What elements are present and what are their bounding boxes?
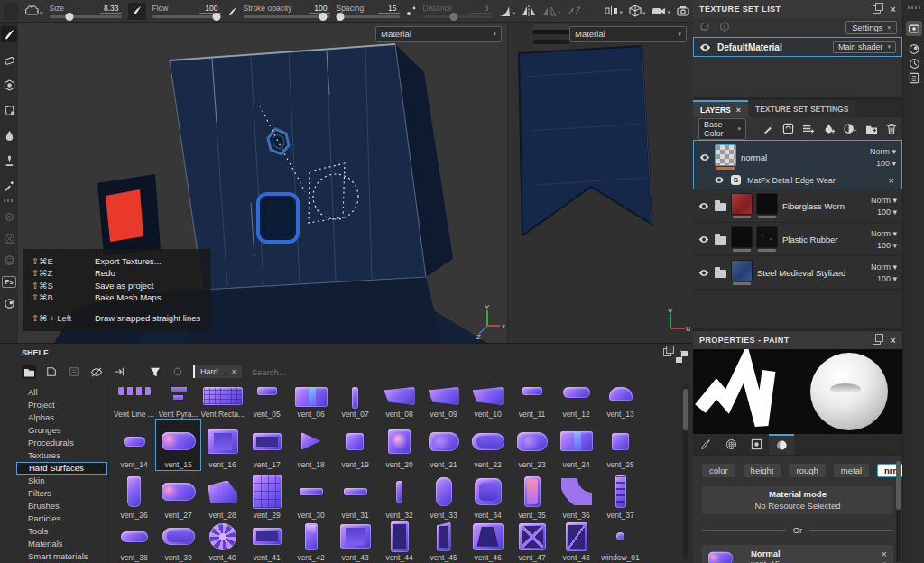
shelf-item[interactable]: vent_24 <box>554 420 598 470</box>
shader-settings-icon[interactable] <box>906 42 922 57</box>
popout-icon[interactable] <box>663 348 671 356</box>
shelf-item[interactable]: vent_06 <box>289 383 333 420</box>
tab-layers[interactable]: LAYERS × <box>693 100 748 117</box>
shelf-folder-icon[interactable] <box>22 365 36 379</box>
log-icon[interactable] <box>906 70 922 86</box>
falloff-curve-icon[interactable]: ▾ <box>498 5 516 17</box>
photoshop-export-icon[interactable]: Ps <box>1 273 17 290</box>
shelf-item[interactable]: vent_12 <box>554 383 598 420</box>
shelf-item[interactable]: vent_32 <box>377 470 421 521</box>
shelf-item[interactable]: vent_37 <box>598 470 642 521</box>
shelf-item[interactable]: vent_42 <box>289 521 333 563</box>
shelf-item[interactable]: vent_46 <box>466 521 510 563</box>
shelf-item[interactable]: vent_45 <box>421 521 466 563</box>
add-mask-icon[interactable] <box>844 123 857 134</box>
viewport-3d[interactable]: Material ▾ ⇧⌘EExport Textures...⇧⌘ZRedo⇧… <box>18 23 507 343</box>
channel-button-height[interactable]: height <box>744 464 781 477</box>
remove-filter-icon[interactable]: × <box>232 367 236 376</box>
eraser-tool-icon[interactable] <box>1 51 17 68</box>
shelf-item[interactable]: vent_23 <box>510 420 554 470</box>
polygon-fill-tool-icon[interactable] <box>1 102 17 118</box>
blend-mode-dropdown[interactable]: Norm ▾ <box>870 147 896 156</box>
layer-row[interactable]: normalNorm ▾100 ▾ <box>694 141 901 173</box>
spacing-dots-icon[interactable] <box>406 5 417 16</box>
shelf-item[interactable]: Vent Pyra... <box>156 383 200 420</box>
layer-normal[interactable]: normalNorm ▾100 ▾SMatFx Detail Edge Wear… <box>693 140 902 189</box>
eye-icon[interactable] <box>698 202 709 210</box>
stroke-opacity-value[interactable]: 100 <box>309 5 330 14</box>
projection-tool-icon[interactable] <box>1 77 17 93</box>
smudge-tool-icon[interactable] <box>1 127 17 143</box>
close-icon[interactable]: × <box>890 5 896 14</box>
stencil-shape-icon[interactable]: ▾ <box>24 5 43 17</box>
shelf-item[interactable]: vent_34 <box>466 470 510 521</box>
display-settings-icon[interactable] <box>906 21 922 36</box>
alpha-tab-icon[interactable] <box>718 434 744 455</box>
shelf-category-skin[interactable]: Skin <box>16 475 107 487</box>
viewport-2d[interactable]: Material ▾ V U <box>507 23 694 343</box>
channel-filter-dropdown[interactable]: Base Color ▾ <box>698 118 746 140</box>
export-shelf-icon[interactable] <box>112 365 126 379</box>
shelf-item[interactable]: vent_09 <box>421 383 466 420</box>
shelf-item[interactable]: vent_14 <box>112 420 156 470</box>
viewport-2d-material-dropdown[interactable]: Material ▾ <box>569 26 687 42</box>
history-icon[interactable] <box>906 56 922 71</box>
remove-resource-icon[interactable]: × <box>882 549 887 558</box>
shelf-item[interactable]: vent_22 <box>466 420 510 470</box>
spacing-slider[interactable] <box>337 15 400 18</box>
shelf-item[interactable]: vent_21 <box>421 420 466 470</box>
clone-tool-icon[interactable] <box>1 152 17 169</box>
add-smart-material-icon[interactable] <box>782 123 794 134</box>
shelf-item[interactable]: vent_17 <box>245 420 289 470</box>
search-input[interactable] <box>250 366 362 378</box>
shelf-item[interactable]: vent_41 <box>245 521 289 563</box>
hide-preview-icon[interactable] <box>89 365 104 379</box>
render-iray-icon[interactable] <box>1 295 17 311</box>
shelf-item[interactable]: vent_43 <box>333 521 377 563</box>
add-folder-icon[interactable] <box>865 124 878 134</box>
shelf-category-procedurals[interactable]: Procedurals <box>16 437 107 449</box>
shelf-category-all[interactable]: All <box>16 386 107 399</box>
filter-funnel-icon[interactable] <box>148 365 162 379</box>
shelf-category-brushes[interactable]: Brushes <box>16 500 107 512</box>
shelf-item[interactable]: vent_39 <box>156 521 200 563</box>
shelf-item[interactable]: vent_20 <box>377 420 421 470</box>
layer-fiberglass-worn[interactable]: Fiberglass WornNorm ▾100 ▾ <box>693 189 902 223</box>
layer-effect-row[interactable]: SMatFx Detail Edge Wear× <box>694 173 901 189</box>
shelf-item[interactable]: vent_47 <box>510 521 554 563</box>
opacity-dropdown[interactable]: 100 ▾ <box>877 241 897 250</box>
screenshot-camera-icon[interactable] <box>677 5 689 16</box>
channel-button-metal[interactable]: metal <box>834 464 869 477</box>
paint-tool-icon[interactable] <box>1 26 17 42</box>
shelf-category-hard-surfaces[interactable]: Hard Surfaces <box>16 462 107 475</box>
shelf-item[interactable]: Vent Recta... <box>200 383 245 420</box>
layer-plastic-rubber[interactable]: Plastic RubberNorm ▾100 ▾ <box>693 223 902 256</box>
close-icon[interactable]: × <box>736 106 741 115</box>
shelf-item[interactable]: vent_27 <box>156 470 200 521</box>
opacity-dropdown[interactable]: 100 ▾ <box>877 274 897 283</box>
shelf-item[interactable]: vent_48 <box>554 521 598 563</box>
shelf-item[interactable]: vent_33 <box>421 470 466 521</box>
eye-icon[interactable] <box>699 43 711 51</box>
size-slider[interactable] <box>50 15 122 18</box>
shelf-category-materials[interactable]: Materials <box>16 538 107 550</box>
shelf-item[interactable]: Vent Line ... <box>112 383 156 420</box>
shelf-scrollbar[interactable] <box>683 385 688 559</box>
new-resource-icon[interactable] <box>44 365 59 379</box>
shelf-item[interactable]: vent_36 <box>554 470 598 521</box>
normal-resource-card[interactable]: Normal vent_15 × ▾ <box>702 545 893 563</box>
remove-effect-icon[interactable]: × <box>889 176 894 185</box>
material-tab-icon[interactable] <box>769 434 794 455</box>
shelf-item[interactable]: vent_10 <box>466 383 510 420</box>
shelf-item[interactable]: vent_11 <box>510 383 554 420</box>
filter-chip[interactable]: Hard ... × <box>193 365 242 378</box>
popout-icon[interactable] <box>873 5 881 14</box>
blend-mode-dropdown[interactable]: Norm ▾ <box>871 263 897 272</box>
tab-texture-set-settings[interactable]: TEXTURE SET SETTINGS <box>748 100 855 117</box>
shelf-item[interactable]: window_01 <box>598 521 642 563</box>
shelf-category-smart-materials[interactable]: Smart materials <box>16 550 107 563</box>
shelf-item[interactable]: vent_25 <box>598 420 642 470</box>
viewport-3d-material-dropdown[interactable]: Material ▾ <box>375 26 502 42</box>
brush-tip-icon[interactable] <box>227 5 237 17</box>
settings-button[interactable]: Settings ▾ <box>845 21 897 34</box>
